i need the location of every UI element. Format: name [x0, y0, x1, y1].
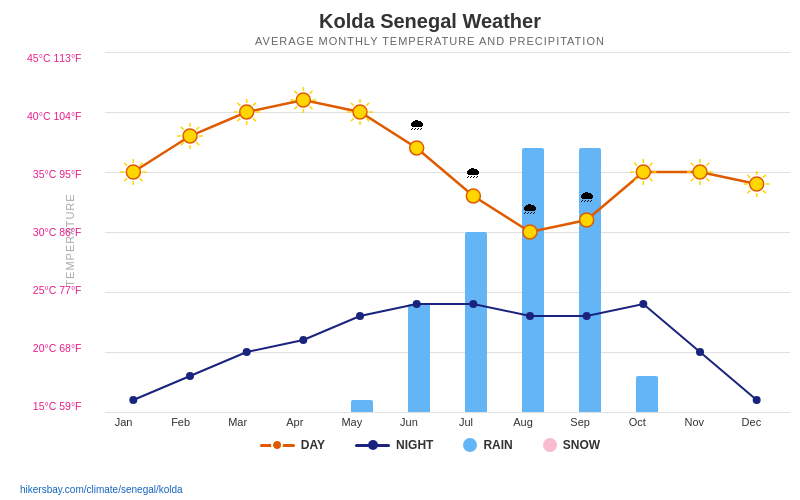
svg-text:🌧: 🌧: [579, 188, 595, 205]
svg-line-29: [140, 178, 143, 181]
x-label-may: May: [332, 416, 372, 428]
chart-area: 🌧🌧🌧🌧: [105, 52, 790, 412]
svg-line-73: [634, 163, 637, 166]
svg-line-63: [351, 118, 354, 121]
x-label-sep: Sep: [560, 416, 600, 428]
svg-line-47: [237, 118, 240, 121]
svg-point-16: [353, 105, 367, 119]
legend-day: DAY: [260, 438, 325, 452]
svg-line-43: [196, 127, 199, 130]
chart-svg: 🌧🌧🌧🌧: [105, 52, 790, 412]
svg-line-31: [124, 178, 127, 181]
legend-night-dot: [368, 440, 378, 450]
svg-point-18: [466, 189, 480, 203]
x-axis: JanFebMarAprMayJunJulAugSepOctNovDec: [95, 416, 780, 428]
svg-point-2: [243, 348, 251, 356]
y-left-label-3: 35°C 95°F: [27, 168, 82, 180]
legend-rain-label: RAIN: [483, 438, 512, 452]
svg-line-81: [691, 163, 694, 166]
svg-point-15: [296, 93, 310, 107]
svg-point-5: [413, 300, 421, 308]
chart-subtitle: AVERAGE MONTHLY TEMPERATURE AND PRECIPIT…: [80, 35, 780, 47]
svg-text:🌧: 🌧: [409, 116, 425, 133]
svg-line-65: [351, 103, 354, 106]
svg-line-69: [650, 178, 653, 181]
legend-rain: RAIN: [463, 438, 512, 452]
svg-line-45: [253, 118, 256, 121]
legend-snow-label: SNOW: [563, 438, 600, 452]
svg-point-21: [636, 165, 650, 179]
x-label-dec: Dec: [731, 416, 771, 428]
svg-point-10: [696, 348, 704, 356]
svg-line-85: [763, 190, 766, 193]
svg-point-22: [693, 165, 707, 179]
legend-night: NIGHT: [355, 438, 433, 452]
svg-point-13: [183, 129, 197, 143]
svg-line-37: [196, 142, 199, 145]
svg-line-67: [366, 103, 369, 106]
x-label-apr: Apr: [275, 416, 315, 428]
svg-line-59: [310, 91, 313, 94]
svg-point-3: [299, 336, 307, 344]
svg-line-57: [294, 91, 297, 94]
y-left-label-4: 30°C 86°F: [27, 226, 82, 238]
svg-line-33: [124, 163, 127, 166]
x-label-nov: Nov: [674, 416, 714, 428]
legend-night-label: NIGHT: [396, 438, 433, 452]
svg-point-14: [240, 105, 254, 119]
svg-line-41: [181, 127, 184, 130]
svg-line-53: [310, 106, 313, 109]
svg-text:🌧: 🌧: [465, 164, 481, 181]
y-left-label-5: 25°C 77°F: [27, 284, 82, 296]
chart-container: Kolda Senegal Weather AVERAGE MONTHLY TE…: [0, 0, 800, 500]
y-left-label-7: 15°C 59°F: [27, 400, 82, 412]
svg-point-7: [526, 312, 534, 320]
legend: DAY NIGHT RAIN SNOW: [80, 438, 780, 452]
svg-line-89: [747, 175, 750, 178]
svg-point-1: [186, 372, 194, 380]
legend-snow: SNOW: [543, 438, 600, 452]
svg-point-4: [356, 312, 364, 320]
svg-point-20: [580, 213, 594, 227]
chart-title: Kolda Senegal Weather: [80, 10, 780, 33]
watermark: hikersbay.com/climate/senegal/kolda: [20, 484, 183, 495]
y-left-label-1: 45°C 113°F: [27, 52, 82, 64]
x-label-aug: Aug: [503, 416, 543, 428]
svg-point-23: [750, 177, 764, 191]
svg-point-12: [126, 165, 140, 179]
svg-point-17: [410, 141, 424, 155]
svg-point-19: [523, 225, 537, 239]
svg-line-75: [650, 163, 653, 166]
x-label-jul: Jul: [446, 416, 486, 428]
legend-day-label: DAY: [301, 438, 325, 452]
svg-line-79: [691, 178, 694, 181]
x-label-jun: Jun: [389, 416, 429, 428]
svg-line-87: [747, 190, 750, 193]
y-left-label-2: 40°C 104°F: [27, 110, 82, 122]
svg-line-49: [237, 103, 240, 106]
svg-line-91: [763, 175, 766, 178]
svg-text:🌧: 🌧: [522, 200, 538, 217]
svg-line-83: [706, 163, 709, 166]
svg-point-11: [753, 396, 761, 404]
svg-point-6: [469, 300, 477, 308]
x-label-oct: Oct: [617, 416, 657, 428]
y-axis-left: 45°C 113°F 40°C 104°F 35°C 95°F 30°C 86°…: [27, 52, 82, 412]
svg-point-8: [583, 312, 591, 320]
x-label-mar: Mar: [218, 416, 258, 428]
svg-line-77: [706, 178, 709, 181]
x-label-jan: Jan: [104, 416, 144, 428]
svg-point-0: [129, 396, 137, 404]
y-left-label-6: 20°C 68°F: [27, 342, 82, 354]
legend-rain-dot: [463, 438, 477, 452]
svg-line-55: [294, 106, 297, 109]
legend-snow-dot: [543, 438, 557, 452]
legend-day-dot: [271, 439, 283, 451]
x-label-feb: Feb: [161, 416, 201, 428]
svg-point-9: [639, 300, 647, 308]
svg-line-51: [253, 103, 256, 106]
